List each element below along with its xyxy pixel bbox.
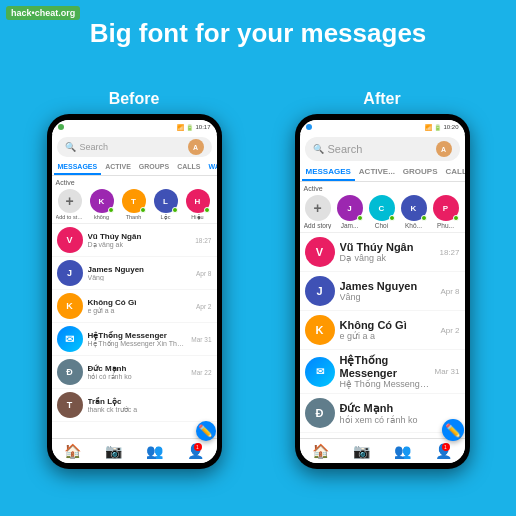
tabs-after: MESSAGES ACTIVE... GROUPS CALLS WATCH AL… — [300, 164, 465, 182]
tab-calls-before[interactable]: CALLS — [173, 160, 204, 175]
msg-content: Đức Mạnh hỏi xem có rảnh ko — [340, 402, 455, 425]
table-row[interactable]: V Vũ Thúy Ngân Dạ vâng ak 18:27 — [52, 224, 217, 257]
tab-messages-after[interactable]: MESSAGES — [302, 164, 355, 181]
avatar: K — [57, 293, 83, 319]
tab-groups-after[interactable]: GROUPS — [399, 164, 442, 181]
before-phone: 📶 🔋 10:17 🔍 Search A MESSAGES ACTIVE GRO… — [47, 114, 222, 469]
before-phone-wrapper: Before 📶 🔋 10:17 🔍 Search A — [47, 90, 222, 469]
msg-content: James Nguyen Vâng — [88, 265, 191, 281]
nav-camera-after[interactable]: 📷 — [341, 443, 382, 459]
list-item: H Hiệu — [184, 189, 212, 220]
status-icons-before: 📶 🔋 10:17 — [177, 124, 210, 131]
search-text-before: Search — [80, 142, 188, 152]
avatar: Đ — [57, 359, 83, 385]
msg-content: Đức Mạnh hỏi có rảnh ko — [88, 364, 187, 381]
table-row[interactable]: ✉ HệThống Messenger Hệ Thống Messenger X… — [300, 350, 465, 394]
table-row[interactable]: K Không Có Gì e gửi a a Apr 2 — [300, 311, 465, 350]
time-after: 10:20 — [443, 124, 458, 130]
tab-messages-before[interactable]: MESSAGES — [54, 160, 102, 175]
watermark: hack•cheat.org — [6, 6, 80, 20]
msg-content: Không Có Gì e gửi a a — [340, 319, 436, 341]
active-add[interactable]: + Add to story — [56, 189, 84, 220]
search-icon-before: 🔍 — [65, 142, 76, 152]
list-item: T Thanh — [120, 189, 148, 220]
active-row-before: Active + Add to story K không T Thanh — [52, 176, 217, 224]
search-text-after: Search — [328, 143, 436, 155]
before-screen: 📶 🔋 10:17 🔍 Search A MESSAGES ACTIVE GRO… — [52, 120, 217, 463]
avatar: J — [305, 276, 335, 306]
avatar: ✉ — [305, 357, 335, 387]
avatar: V — [57, 227, 83, 253]
after-phone: 📶 🔋 10:20 🔍 Search A MESSAGES ACTIVE... … — [295, 114, 470, 469]
page-title: Big font for your messages — [0, 18, 516, 49]
after-screen: 📶 🔋 10:20 🔍 Search A MESSAGES ACTIVE... … — [300, 120, 465, 463]
nav-home-after[interactable]: 🏠 — [300, 443, 341, 459]
active-label-after: Active — [304, 185, 461, 192]
table-row[interactable]: J James Nguyen Vâng Apr 8 — [52, 257, 217, 290]
table-row[interactable]: J James Nguyen Vâng Apr 8 — [300, 272, 465, 311]
list-item: P Phu... — [432, 195, 460, 229]
nav-profile-after[interactable]: 👤 1 — [423, 443, 464, 459]
status-icons-after: 📶 🔋 10:20 — [425, 124, 458, 131]
active-row-after: Active + Add story J Jam... C Choi — [300, 182, 465, 233]
table-row[interactable]: Đ Đức Mạnh hỏi xem có rảnh ko — [300, 394, 465, 433]
msg-content: Vũ Thúy Ngân Dạ vâng ak — [340, 241, 435, 263]
avatar: J — [57, 260, 83, 286]
msg-content: Không Có Gì e gửi a a — [88, 298, 191, 315]
list-item: K không — [88, 189, 116, 220]
active-label-before: Active — [56, 179, 213, 186]
status-bar-after: 📶 🔋 10:20 — [300, 120, 465, 134]
avatar: K — [305, 315, 335, 345]
user-avatar-before: A — [188, 139, 204, 155]
msg-content: Trần Lộc thank ck trước a — [88, 397, 207, 414]
table-row[interactable]: V Vũ Thúy Ngân Dạ vâng ak 18:27 — [300, 233, 465, 272]
notification-badge-before: 1 — [194, 443, 202, 451]
active-avatars-before: + Add to story K không T Thanh L — [56, 189, 213, 220]
tab-groups-before[interactable]: GROUPS — [135, 160, 173, 175]
avatar: V — [305, 237, 335, 267]
after-label: After — [363, 90, 400, 108]
user-avatar-after: A — [436, 141, 452, 157]
search-bar-after[interactable]: 🔍 Search A — [305, 137, 460, 161]
list-item: L Lộc — [152, 189, 180, 220]
tab-calls-after[interactable]: CALLS — [442, 164, 465, 181]
avatar: T — [57, 392, 83, 418]
table-row[interactable]: K Không Có Gì e gửi a a Apr 2 — [52, 290, 217, 323]
active-add-after[interactable]: + Add story — [304, 195, 332, 229]
search-icon-after: 🔍 — [313, 144, 324, 154]
tab-watchall-before[interactable]: WATCH ALL — [205, 160, 217, 175]
msg-content: Vũ Thúy Ngân Dạ vâng ak — [88, 232, 191, 249]
notification-badge-after: 1 — [442, 443, 450, 451]
after-phone-wrapper: After 📶 🔋 10:20 🔍 Search A — [295, 90, 470, 469]
table-row[interactable]: ✉ HệThống Messenger Hệ Thống Messenger X… — [52, 323, 217, 356]
msg-content: James Nguyen Vâng — [340, 280, 436, 302]
bottom-nav-before: 🏠 📷 👥 👤 1 — [52, 438, 217, 463]
msg-content: HệThống Messenger Hệ Thống Messenger Xin… — [88, 331, 187, 348]
avatar: Đ — [305, 398, 335, 428]
msg-content: HệThống Messenger Hệ Thống Messenger Xin… — [340, 354, 430, 389]
status-bar-before: 📶 🔋 10:17 — [52, 120, 217, 134]
nav-people-after[interactable]: 👥 — [382, 443, 423, 459]
tab-active-before[interactable]: ACTIVE — [101, 160, 135, 175]
table-row[interactable]: T Trần Lộc thank ck trước a — [52, 389, 217, 422]
nav-home-before[interactable]: 🏠 — [52, 443, 93, 459]
list-item: C Choi — [368, 195, 396, 229]
before-label: Before — [109, 90, 160, 108]
nav-camera-before[interactable]: 📷 — [93, 443, 134, 459]
phones-comparison: Before 📶 🔋 10:17 🔍 Search A — [0, 90, 516, 469]
nav-profile-before[interactable]: 👤 1 — [175, 443, 216, 459]
bottom-nav-after: 🏠 📷 👥 👤 1 — [300, 438, 465, 463]
avatar: ✉ — [57, 326, 83, 352]
fab-button-after[interactable]: ✏️ — [442, 419, 464, 441]
fab-button-before[interactable]: ✏️ — [196, 421, 216, 441]
list-item: J Jam... — [336, 195, 364, 229]
active-avatars-after: + Add story J Jam... C Choi K — [304, 195, 461, 229]
time-before: 10:17 — [195, 124, 210, 130]
search-bar-before[interactable]: 🔍 Search A — [57, 137, 212, 157]
tab-active-after[interactable]: ACTIVE... — [355, 164, 399, 181]
tabs-before: MESSAGES ACTIVE GROUPS CALLS WATCH ALL — [52, 160, 217, 176]
message-list-after: V Vũ Thúy Ngân Dạ vâng ak 18:27 J James … — [300, 233, 465, 438]
list-item: K Khô... — [400, 195, 428, 229]
table-row[interactable]: Đ Đức Mạnh hỏi có rảnh ko Mar 22 — [52, 356, 217, 389]
nav-people-before[interactable]: 👥 — [134, 443, 175, 459]
